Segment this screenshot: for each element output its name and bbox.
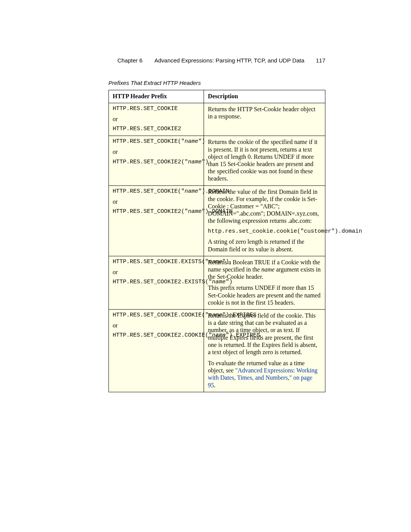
code-text: HTTP.RES.SET_COOKIE2.EXISTS("name"): [113, 279, 200, 286]
code-text: HTTP.RES.SET_COOKIE2("name"): [113, 159, 200, 166]
chapter-label: Chapter 6: [117, 57, 142, 64]
page: Chapter 6 Advanced Expressions: Parsing …: [0, 0, 411, 532]
or-text: or: [113, 322, 200, 329]
chapter-title: Advanced Expressions: Parsing HTTP, TCP,…: [155, 57, 304, 64]
description-text: Returns the Expires field of the cookie.…: [208, 312, 321, 356]
description-text: To evaluate the returned value as a time…: [208, 359, 321, 389]
code-text: HTTP.RES.SET_COOKIE.EXISTS("name"): [113, 259, 200, 265]
description-text: Returns the cookie of the specified name…: [208, 138, 321, 182]
col-header-prefix: HTTP Header Prefix: [109, 90, 204, 103]
table-row: HTTP.RES.SET_COOKIE or HTTP.RES.SET_COOK…: [109, 103, 325, 136]
code-text: HTTP.RES.SET_COOKIE2.COOKIE("name").EXPI…: [113, 332, 200, 339]
table-caption: Prefixes That Extract HTTP Headers: [108, 80, 325, 86]
table-row: HTTP.RES.SET_COOKIE.COOKIE("name").EXPIR…: [109, 309, 325, 392]
table-row: HTTP.RES.SET_COOKIE("name").DOMAIN or HT…: [109, 185, 325, 256]
code-text: HTTP.RES.SET_COOKIE2("name").DOMAIN: [113, 208, 200, 215]
page-number: 117: [316, 57, 325, 64]
description-text: This prefix returns UNDEF if more than 1…: [208, 284, 321, 306]
code-text: HTTP.RES.SET_COOKIE: [113, 105, 200, 112]
col-header-description: Description: [204, 90, 325, 103]
description-text: A string of zero length is returned if t…: [208, 238, 321, 252]
table-row: HTTP.RES.SET_COOKIE.EXISTS("name") or HT…: [109, 256, 325, 309]
description-text: Returns a Boolean TRUE if a Cookie with …: [208, 259, 321, 281]
table-row: HTTP.RES.SET_COOKIE("name") or HTTP.RES.…: [109, 136, 325, 185]
or-text: or: [113, 115, 200, 123]
running-header: Chapter 6 Advanced Expressions: Parsing …: [108, 57, 325, 64]
code-text: HTTP.RES.SET_COOKIE.COOKIE("name").EXPIR…: [113, 312, 200, 319]
description-text: Returns the HTTP Set-Cookie header objec…: [208, 105, 321, 120]
or-text: or: [113, 268, 200, 276]
or-text: or: [113, 148, 200, 155]
description-text: Returns the value of the first Domain fi…: [208, 188, 321, 225]
code-text: HTTP.RES.SET_COOKIE2: [113, 126, 200, 133]
code-block: http.res.set_cookie.cookie("customer").d…: [208, 228, 321, 235]
code-text: HTTP.RES.SET_COOKIE("name").DOMAIN: [113, 188, 200, 195]
or-text: or: [113, 198, 200, 205]
prefix-table: HTTP Header Prefix Description HTTP.RES.…: [108, 90, 325, 392]
code-text: HTTP.RES.SET_COOKIE("name"): [113, 138, 200, 145]
